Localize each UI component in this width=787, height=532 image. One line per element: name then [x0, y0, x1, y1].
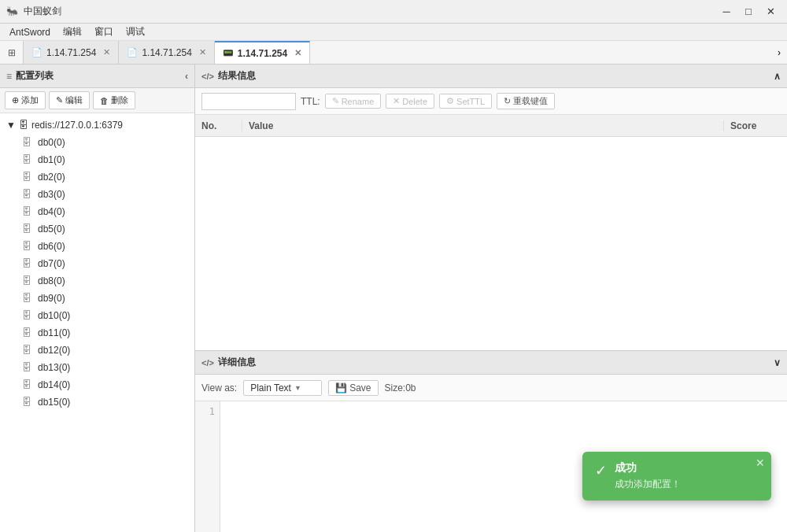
- left-panel-title: 配置列表: [16, 69, 54, 83]
- db-node-7[interactable]: 🗄db7(0): [0, 255, 194, 272]
- left-panel-header: ≡ 配置列表 ‹: [0, 65, 194, 88]
- key-input[interactable]: [201, 93, 296, 110]
- db-node-4[interactable]: 🗄db4(0): [0, 203, 194, 220]
- result-toolbar: TTL: ✎ Rename ✕ Delete ⚙ SetTTL ↻ 重载键值: [195, 88, 787, 115]
- db-node-3[interactable]: 🗄db3(0): [0, 186, 194, 203]
- db-node-2[interactable]: 🗄db2(0): [0, 168, 194, 186]
- delete-key-label: Delete: [402, 97, 427, 106]
- viewas-dropdown[interactable]: Plain Text ▼: [243, 380, 322, 396]
- tab-expand[interactable]: ›: [771, 41, 787, 64]
- delete-button[interactable]: 🗑 删除: [93, 91, 135, 109]
- toast-close-btn[interactable]: ✕: [756, 456, 765, 469]
- db-node-8[interactable]: 🗄db8(0): [0, 272, 194, 290]
- db-node-6[interactable]: 🗄db6(0): [0, 238, 194, 255]
- save-label: Save: [349, 382, 371, 393]
- left-panel: ≡ 配置列表 ‹ ⊕ 添加 ✎ 编辑 🗑 删除 ▼ 🗄 redis://127.…: [0, 65, 195, 532]
- db-node-12[interactable]: 🗄db12(0): [0, 342, 194, 359]
- db-label-10: db10(0): [38, 310, 70, 321]
- menu-debug[interactable]: 调试: [120, 24, 151, 40]
- result-header: </> 结果信息 ∧: [195, 65, 787, 88]
- tab-1-close[interactable]: ✕: [103, 47, 110, 57]
- setttl-button[interactable]: ⚙ SetTTL: [439, 94, 492, 109]
- minimize-button[interactable]: ─: [716, 4, 737, 20]
- save-button[interactable]: 💾 Save: [328, 380, 378, 396]
- db-label-12: db12(0): [38, 345, 70, 356]
- db-node-13[interactable]: 🗄db13(0): [0, 359, 194, 376]
- db-node-1[interactable]: 🗄db1(0): [0, 151, 194, 168]
- tab-bar: ⊞ 📄 1.14.71.254 ✕ 📄 1.14.71.254 ✕ 📟 1.14…: [0, 41, 787, 65]
- toast-notification: ✓ 成功 成功添加配置！ ✕: [582, 452, 771, 501]
- tab-1-icon: 📄: [31, 47, 42, 57]
- db-node-11[interactable]: 🗄db11(0): [0, 324, 194, 342]
- edit-label: 编辑: [65, 94, 83, 106]
- add-button[interactable]: ⊕ 添加: [5, 91, 46, 109]
- tab-2[interactable]: 📄 1.14.71.254 ✕: [119, 41, 214, 64]
- panel-collapse-btn[interactable]: ‹: [185, 71, 188, 82]
- reload-icon: ↻: [504, 96, 511, 106]
- tab-3[interactable]: 📟 1.14.71.254 ✕: [215, 41, 310, 64]
- close-button[interactable]: ✕: [760, 4, 781, 20]
- db-icon-14: 🗄: [22, 379, 31, 390]
- result-title-icon: </>: [201, 72, 214, 81]
- tab-2-close[interactable]: ✕: [199, 47, 206, 57]
- watermark: @51CTO博客: [732, 515, 781, 526]
- db-label-15: db15(0): [38, 397, 70, 408]
- tab-home[interactable]: ⊞: [0, 41, 24, 64]
- menu-edit[interactable]: 编辑: [57, 24, 88, 40]
- reload-label: 重载键值: [513, 95, 548, 107]
- db-label-7: db7(0): [38, 258, 65, 269]
- db-label-13: db13(0): [38, 362, 70, 373]
- db-node-10[interactable]: 🗄db10(0): [0, 307, 194, 324]
- window-controls: ─ □ ✕: [716, 4, 781, 20]
- detail-section: </> 详细信息 ∨ View as: Plain Text ▼ 💾 Save …: [195, 351, 787, 532]
- tab-1[interactable]: 📄 1.14.71.254 ✕: [24, 41, 119, 64]
- db-icon-0: 🗄: [22, 137, 31, 148]
- db-label-3: db3(0): [38, 189, 65, 200]
- db-node-5[interactable]: 🗄db5(0): [0, 220, 194, 238]
- result-table-header: No. Value Score: [195, 115, 787, 137]
- delete-label: 删除: [111, 94, 128, 106]
- edit-button[interactable]: ✎ 编辑: [49, 91, 90, 109]
- menu-window[interactable]: 窗口: [88, 24, 120, 40]
- col-no-header: No.: [195, 120, 242, 131]
- add-label: 添加: [21, 94, 39, 106]
- db-icon-12: 🗄: [22, 345, 31, 356]
- delete-key-button[interactable]: ✕ Delete: [386, 94, 434, 109]
- db-icon-4: 🗄: [22, 206, 31, 217]
- result-collapse-btn[interactable]: ∧: [774, 71, 781, 82]
- detail-title: 详细信息: [218, 356, 256, 369]
- db-icon-1: 🗄: [22, 154, 31, 165]
- tab-3-close[interactable]: ✕: [294, 48, 301, 58]
- delete-icon: 🗑: [100, 96, 109, 105]
- reload-button[interactable]: ↻ 重载键值: [497, 93, 555, 109]
- setttl-icon: ⚙: [446, 96, 454, 106]
- dropdown-icon: ▼: [294, 384, 301, 392]
- db-node-0[interactable]: 🗄db0(0): [0, 134, 194, 151]
- rename-label: Rename: [342, 97, 375, 106]
- db-node-14[interactable]: 🗄db14(0): [0, 376, 194, 393]
- delete-key-icon: ✕: [393, 96, 400, 106]
- tree-root[interactable]: ▼ 🗄 redis://127.0.0.1:6379: [0, 116, 194, 134]
- add-icon: ⊕: [12, 95, 19, 105]
- rename-button[interactable]: ✎ Rename: [325, 94, 382, 109]
- edit-icon: ✎: [56, 95, 63, 105]
- db-node-9[interactable]: 🗄db9(0): [0, 290, 194, 307]
- maximize-button[interactable]: □: [738, 4, 759, 20]
- detail-collapse-btn[interactable]: ∨: [774, 357, 781, 368]
- size-label: Size:0b: [385, 382, 416, 393]
- left-panel-toolbar: ⊕ 添加 ✎ 编辑 🗑 删除: [0, 88, 194, 113]
- menu-antsword[interactable]: AntSword: [3, 25, 57, 39]
- db-icon-6: 🗄: [22, 241, 31, 252]
- detail-title-icon: </>: [201, 358, 214, 368]
- panel-header-icon: ≡: [6, 71, 12, 82]
- db-icon-9: 🗄: [22, 293, 31, 304]
- db-icon-5: 🗄: [22, 224, 31, 235]
- tab-1-label: 1.14.71.254: [46, 47, 96, 58]
- db-label-14: db14(0): [38, 379, 70, 390]
- result-section: </> 结果信息 ∧ TTL: ✎ Rename ✕ Delete ⚙ SetT…: [195, 65, 787, 351]
- app-title: 中国蚁剑: [24, 5, 716, 18]
- app-icon: 🐜: [6, 6, 19, 18]
- save-icon: 💾: [335, 382, 347, 393]
- db-node-15[interactable]: 🗄db15(0): [0, 393, 194, 411]
- db-icon-8: 🗄: [22, 275, 31, 286]
